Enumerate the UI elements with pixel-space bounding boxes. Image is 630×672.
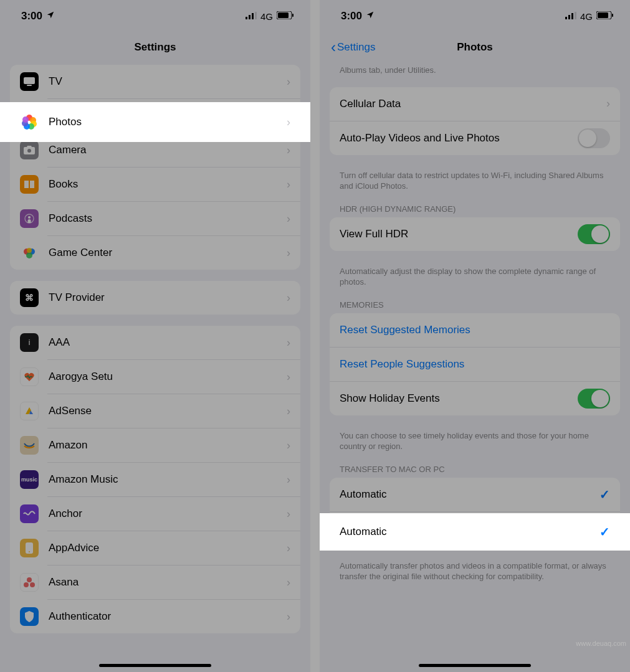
settings-row-appadvice[interactable]: AppAdvice › <box>10 531 300 565</box>
section-footer: Automatically transfer photos and videos… <box>320 557 630 582</box>
chevron-right-icon: › <box>287 371 290 384</box>
app-icon <box>20 607 39 626</box>
row-label: Reset Suggested Memories <box>340 324 610 336</box>
settings-group-apps: i AAA › Aarogya Setu › AdSense › <box>10 326 300 633</box>
row-label: Cellular Data <box>340 98 596 110</box>
row-reset-people[interactable]: Reset People Suggestions <box>330 348 620 381</box>
settings-row-asana[interactable]: Asana › <box>10 566 300 599</box>
page-title: Photos <box>457 41 493 54</box>
chevron-right-icon: › <box>606 97 610 110</box>
chevron-right-icon: › <box>287 144 290 157</box>
status-time: 3:00 <box>21 10 42 22</box>
app-icon <box>20 436 39 455</box>
svg-point-15 <box>27 248 32 253</box>
location-icon <box>46 10 55 22</box>
settings-row-tv[interactable]: TV › <box>10 65 300 98</box>
svg-rect-21 <box>565 17 567 19</box>
row-label: TV <box>49 75 277 88</box>
highlighted-automatic-row[interactable]: Automatic ✓ <box>320 513 630 551</box>
hdr-group: View Full HDR <box>330 217 620 251</box>
highlighted-photos-row[interactable]: Photos › <box>0 102 310 142</box>
settings-row-aaa[interactable]: i AAA › <box>10 326 300 359</box>
settings-row-anchor[interactable]: Anchor › <box>10 497 300 531</box>
checkmark-icon: ✓ <box>599 524 610 539</box>
row-view-full-hdr[interactable]: View Full HDR <box>330 217 620 251</box>
settings-row-authenticator[interactable]: Authenticator › <box>10 600 300 633</box>
row-label: Asana <box>49 576 277 589</box>
svg-point-17 <box>29 551 30 552</box>
row-label: Show Holiday Events <box>340 392 568 405</box>
section-footer: Automatically adjust the display to show… <box>320 262 630 288</box>
chevron-right-icon: › <box>287 439 290 452</box>
chevron-right-icon: › <box>287 405 290 418</box>
section-header-memories: MEMORIES <box>320 300 630 310</box>
row-label: Camera <box>49 144 277 156</box>
row-label: Authenticator <box>49 610 277 623</box>
nav-bar: Settings <box>0 30 310 65</box>
chevron-right-icon: › <box>287 247 290 260</box>
settings-group-system: TV › Photos › <box>10 65 300 270</box>
svg-rect-8 <box>27 85 32 86</box>
app-icon: music <box>20 470 39 489</box>
settings-row-amazon-music[interactable]: music Amazon Music › <box>10 463 300 496</box>
podcasts-icon <box>20 209 39 228</box>
left-screen: 3:00 4G Settings <box>0 0 310 672</box>
status-time: 3:00 <box>341 10 362 22</box>
svg-rect-5 <box>278 12 289 18</box>
row-label: Books <box>49 178 277 191</box>
svg-rect-7 <box>24 77 35 84</box>
svg-point-19 <box>24 582 29 587</box>
page-title: Settings <box>134 41 176 54</box>
row-label: Auto-Play Videos and Live Photos <box>340 132 568 144</box>
svg-point-14 <box>26 252 32 258</box>
battery-icon <box>277 10 294 22</box>
autoplay-toggle[interactable] <box>578 128 610 148</box>
chevron-right-icon: › <box>287 178 290 191</box>
settings-row-adsense[interactable]: AdSense › <box>10 394 300 428</box>
chevron-right-icon: › <box>287 116 290 129</box>
settings-row-aarogya[interactable]: Aarogya Setu › <box>10 360 300 394</box>
settings-row-tv-provider[interactable]: ⌘ TV Provider › <box>10 281 300 315</box>
svg-rect-26 <box>598 12 608 18</box>
app-icon <box>20 573 39 592</box>
section-footer: You can choose to see timely holiday eve… <box>320 427 630 452</box>
chevron-right-icon: › <box>287 508 290 521</box>
row-autoplay[interactable]: Auto-Play Videos and Live Photos <box>330 121 620 155</box>
battery-icon <box>596 10 614 22</box>
row-label: Game Center <box>49 247 277 259</box>
home-indicator[interactable] <box>419 664 531 667</box>
settings-row-game-center[interactable]: Game Center › <box>10 236 300 270</box>
game-center-icon <box>20 244 39 262</box>
app-icon <box>20 402 39 420</box>
svg-rect-27 <box>612 14 613 17</box>
cellular-group: Cellular Data › Auto-Play Videos and Liv… <box>330 87 620 155</box>
section-header-transfer: TRANSFER TO MAC OR PC <box>320 465 630 474</box>
section-header-hdr: HDR (HIGH DYNAMIC RANGE) <box>320 204 630 214</box>
chevron-right-icon: › <box>287 336 290 349</box>
row-label: Reset People Suggestions <box>340 358 610 371</box>
back-button[interactable]: ‹ Settings <box>331 30 375 65</box>
row-cellular-data[interactable]: Cellular Data › <box>330 87 620 121</box>
row-reset-suggested[interactable]: Reset Suggested Memories <box>330 313 620 347</box>
row-label: Automatic <box>340 526 589 538</box>
home-indicator[interactable] <box>99 664 211 667</box>
row-label: View Full HDR <box>340 228 568 240</box>
settings-row-amazon[interactable]: Amazon › <box>10 428 300 462</box>
books-icon <box>20 175 39 194</box>
hdr-toggle[interactable] <box>578 224 610 244</box>
holiday-toggle[interactable] <box>578 389 610 409</box>
chevron-left-icon: ‹ <box>331 39 336 56</box>
row-automatic[interactable]: Automatic ✓ <box>330 478 620 511</box>
row-holiday-events[interactable]: Show Holiday Events <box>330 382 620 415</box>
back-label: Settings <box>337 41 375 54</box>
settings-row-podcasts[interactable]: Podcasts › <box>10 202 300 235</box>
row-label: TV Provider <box>49 291 277 304</box>
svg-rect-3 <box>255 12 257 19</box>
svg-rect-6 <box>292 14 294 17</box>
settings-row-books[interactable]: Books › <box>10 168 300 201</box>
network-label: 4G <box>580 11 593 22</box>
chevron-right-icon: › <box>287 610 290 623</box>
svg-point-20 <box>30 582 35 587</box>
photos-icon <box>20 113 39 131</box>
row-label: Photos <box>49 116 277 128</box>
